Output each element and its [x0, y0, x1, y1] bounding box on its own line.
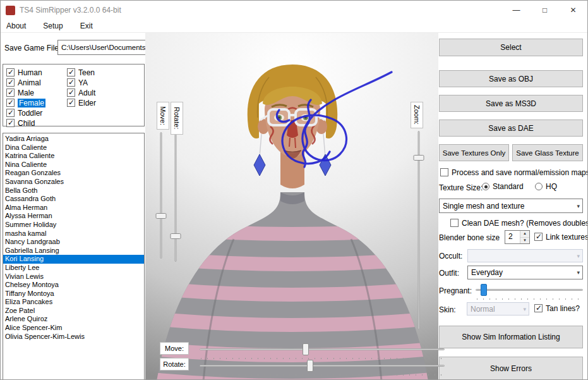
minimize-icon[interactable]: —: [502, 1, 531, 20]
slider-thumb[interactable]: [303, 343, 309, 355]
sim-list-item[interactable]: masha kamal: [3, 230, 144, 238]
sim-list-item[interactable]: Eliza Pancakes: [3, 298, 144, 307]
stepper-arrows: ▲ ▼: [520, 231, 529, 243]
menu-item-setup[interactable]: Setup: [37, 20, 68, 32]
filter-checkbox-human[interactable]: Human: [6, 68, 45, 77]
sim-list-item[interactable]: Arlene Quiroz: [3, 315, 144, 324]
filter-checkbox-toddler[interactable]: Toddler: [6, 108, 45, 118]
save-obj-button[interactable]: Save as OBJ: [439, 70, 583, 87]
checkbox-label: Clean DAE mesh? (Removes doubles): [462, 219, 588, 228]
sim-list-item[interactable]: Reagan Gonzales: [3, 169, 144, 178]
sim-viewport[interactable]: [145, 33, 438, 380]
tan-lines-checkbox[interactable]: Tan lines?: [534, 303, 580, 313]
link-textures-checkbox[interactable]: Link textures: [534, 232, 588, 242]
checkbox-box: [450, 219, 459, 227]
radio-circle: [535, 183, 543, 190]
slider-thumb[interactable]: [307, 360, 313, 372]
slider-track: [175, 132, 177, 262]
slider-thumb[interactable]: [171, 233, 181, 239]
sim-list-item[interactable]: Savanna Gonzales: [3, 178, 144, 187]
save-glass-texture-button[interactable]: Save Glass Texture: [512, 144, 583, 161]
sim-list-item[interactable]: Katrina Caliente: [3, 152, 144, 161]
texture-size-hq-radio[interactable]: HQ: [535, 182, 557, 191]
sim-list-item[interactable]: Chelsey Montoya: [3, 281, 144, 290]
bone-size-stepper[interactable]: 2 ▲ ▼: [505, 230, 530, 244]
save-textures-only-button[interactable]: Save Textures Only: [439, 144, 509, 161]
sims-list[interactable]: Yadira ArriagaDina CalienteKatrina Calie…: [3, 133, 145, 380]
slider-thumb[interactable]: [481, 284, 487, 296]
filter-checkbox-adult[interactable]: Adult: [67, 88, 96, 97]
sim-list-item[interactable]: Nancy Landgraab: [3, 238, 144, 247]
zoom-label: Zoom:: [411, 102, 423, 128]
move-horizontal-slider[interactable]: [200, 343, 445, 360]
sim-list-item[interactable]: Alma Herman: [3, 204, 144, 212]
move-vertical-slider[interactable]: [155, 132, 167, 259]
pregnant-slider[interactable]: [476, 284, 583, 300]
close-icon[interactable]: ✕: [559, 1, 587, 20]
slider-thumb[interactable]: [414, 155, 424, 161]
sim-list-item[interactable]: Cassandra Goth: [3, 195, 144, 204]
select-button[interactable]: Select: [439, 39, 583, 56]
checkbox-box: [67, 68, 75, 77]
filter-checkbox-male[interactable]: Male: [6, 88, 45, 97]
checkbox-label: Male: [18, 89, 34, 97]
occult-dropdown: ▾: [467, 249, 583, 262]
sim-list-item[interactable]: Summer Holiday: [3, 221, 144, 230]
slider-thumb[interactable]: [156, 213, 167, 219]
checkbox-label: Human: [18, 68, 42, 77]
rotate-horizontal-slider[interactable]: [200, 360, 445, 376]
slider-ticks: [477, 298, 582, 300]
filter-checkbox-animal[interactable]: Animal: [6, 78, 45, 87]
zoom-slider[interactable]: [412, 131, 425, 329]
filter-checkbox-teen[interactable]: Teen: [67, 68, 96, 77]
skin-label: Skin:: [439, 305, 456, 314]
sim-list-item[interactable]: Nina Caliente: [3, 161, 144, 169]
sim-list-item[interactable]: Alyssa Herman: [3, 212, 144, 221]
menu-item-exit[interactable]: Exit: [75, 20, 99, 32]
sim-list-item[interactable]: Tiffany Montoya: [3, 290, 144, 298]
filter-checkbox-female[interactable]: Female: [6, 98, 45, 107]
sim-list-item[interactable]: Alice Spencer-Kim: [3, 324, 144, 333]
sim-list-item[interactable]: Bella Goth: [3, 187, 144, 195]
sim-list-item[interactable]: Yadira Arriaga: [3, 135, 144, 144]
sim-list-item[interactable]: Liberty Lee: [3, 264, 144, 273]
title-bar[interactable]: TS4 SimRipper v3.2.0.0 64-bit — □ ✕: [1, 1, 587, 20]
skin-dropdown: Normal ▾: [467, 302, 529, 316]
texture-size-standard-radio[interactable]: Standard: [482, 182, 524, 191]
radio-label: Standard: [493, 182, 524, 191]
clean-dae-checkbox[interactable]: Clean DAE mesh? (Removes doubles): [450, 218, 588, 228]
move-vertical-label: Move:: [157, 102, 169, 130]
rotate-horizontal-label: Rotate:: [160, 358, 189, 371]
radio-label: HQ: [546, 182, 557, 191]
sim-list-item[interactable]: Vivian Lewis: [3, 273, 144, 281]
save-dae-button[interactable]: Save as DAE: [439, 120, 583, 137]
filter-col-2: TeenYAAdultElder: [67, 68, 96, 108]
normal-maps-checkbox[interactable]: Process and save normal/emission maps: [440, 168, 588, 177]
dropdown-value: Normal: [471, 305, 495, 314]
sim-list-item[interactable]: Dina Caliente: [3, 144, 144, 152]
stepper-down-icon[interactable]: ▼: [520, 238, 529, 244]
sim-list-item[interactable]: Gabriella Lansing: [3, 247, 144, 255]
sim-list-item[interactable]: Zoe Patel: [3, 307, 144, 316]
checkbox-box: [534, 233, 543, 241]
rotate-vertical-slider[interactable]: [169, 132, 182, 262]
menu-item-about[interactable]: About: [1, 20, 32, 32]
slider-track: [200, 365, 445, 367]
filter-checkbox-child[interactable]: Child: [6, 118, 45, 128]
sim-list-item[interactable]: Kori Lansing: [3, 255, 144, 264]
outfit-dropdown[interactable]: Everyday ▾: [467, 266, 583, 279]
stepper-up-icon[interactable]: ▲: [520, 231, 529, 238]
chevron-down-icon: ▾: [523, 306, 526, 312]
filter-checkbox-ya[interactable]: YA: [67, 78, 96, 87]
maximize-icon[interactable]: □: [531, 1, 559, 20]
save-ms3d-button[interactable]: Save as MS3D: [439, 95, 583, 112]
show-errors-button[interactable]: Show Errors: [439, 357, 583, 380]
mesh-mode-dropdown[interactable]: Single mesh and texture ▾: [439, 199, 583, 213]
radio-circle: [482, 183, 489, 190]
sim-list-item[interactable]: Olivia Spencer-Kim-Lewis: [3, 333, 144, 341]
slider-track: [200, 348, 445, 350]
show-sim-information-button[interactable]: Show Sim Information Listing: [439, 326, 583, 348]
checkbox-box: [6, 109, 15, 117]
filter-checkbox-elder[interactable]: Elder: [67, 98, 96, 107]
checkbox-box: [67, 99, 75, 107]
